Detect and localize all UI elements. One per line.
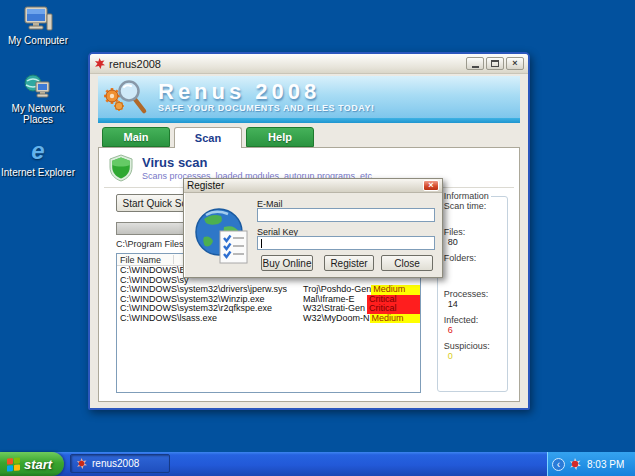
renus-tray-icon[interactable] (569, 458, 581, 470)
buy-online-button[interactable]: Buy Online (261, 255, 313, 271)
banner-logo-icon (104, 78, 148, 116)
info-suspicious: Suspicious: 0 (444, 341, 503, 361)
system-tray: ‹ 8:03 PM (547, 452, 635, 476)
close-button[interactable]: × (506, 57, 524, 70)
minimize-button[interactable] (466, 57, 484, 70)
start-button-label: start (24, 457, 52, 472)
tab-scan[interactable]: Scan (174, 127, 242, 148)
desktop-icon-my-network-places[interactable]: My Network Places (0, 72, 76, 125)
chevron-left-icon: ‹ (557, 459, 560, 470)
info-infected: Infected: 6 (444, 315, 503, 335)
maximize-icon (491, 60, 499, 67)
tab-main[interactable]: Main (102, 127, 170, 147)
dialog-titlebar[interactable]: Register × (184, 179, 442, 193)
shield-icon (108, 154, 134, 182)
info-files: Files: 80 (444, 227, 503, 247)
banner-subtitle: SAFE YOUR DOCUMENTS AND FILES TODAY! (158, 103, 375, 113)
taskbar-item-renus2008[interactable]: renus2008 (70, 454, 170, 473)
serial-key-field[interactable] (257, 236, 435, 250)
scan-title: Virus scan (142, 155, 375, 170)
tray-collapse-button[interactable]: ‹ (552, 458, 565, 471)
my-network-places-icon (0, 72, 76, 100)
information-legend: Information (442, 191, 491, 201)
start-button[interactable]: start (0, 452, 64, 476)
dialog-close-button[interactable]: × (423, 180, 439, 191)
info-processes: Processes: 14 (444, 289, 503, 309)
file-row[interactable]: C:\WINDOWS\lsass.exe W32\MyDoom-N Medium (117, 314, 420, 324)
app-banner: Renus 2008 SAFE YOUR DOCUMENTS AND FILES… (98, 76, 520, 118)
internet-explorer-icon: e (0, 136, 76, 164)
register-dialog: Register × E-Mail Serial Key Buy Online … (183, 178, 443, 278)
window-titlebar[interactable]: renus2008 × (90, 54, 528, 74)
desktop-icon-internet-explorer[interactable]: e Internet Explorer (0, 136, 76, 178)
banner-title: Renus 2008 (158, 81, 375, 103)
taskbar: start renus2008 ‹ 8:03 PM (0, 452, 635, 476)
close-dialog-button[interactable]: Close (381, 255, 433, 271)
register-button[interactable]: Register (324, 255, 374, 271)
text-caret (261, 239, 262, 248)
desktop-icon-my-computer[interactable]: My Computer (0, 4, 76, 46)
minimize-icon (472, 66, 479, 68)
tab-help[interactable]: Help (246, 127, 314, 147)
severity-badge: Medium (370, 314, 420, 324)
desktop-icon-label: My Computer (0, 35, 76, 46)
info-folders: Folders: (444, 253, 503, 273)
window-title: renus2008 (109, 58, 464, 70)
renus-app-icon (76, 458, 87, 469)
desktop-icon-label: My Network Places (0, 103, 76, 125)
information-groupbox: Information Scan time: Files: 80 Folders… (437, 196, 508, 392)
taskbar-clock[interactable]: 8:03 PM (587, 459, 624, 470)
close-icon: × (428, 181, 433, 190)
globe-checklist-icon (194, 207, 250, 265)
my-computer-icon (0, 4, 76, 32)
column-separator (173, 255, 174, 264)
windows-logo-icon (7, 457, 20, 471)
dialog-title: Register (187, 180, 423, 191)
desktop-icon-label: Internet Explorer (0, 167, 76, 178)
taskbar-item-label: renus2008 (92, 458, 139, 469)
tab-bar: Main Scan Help (98, 127, 520, 147)
email-field[interactable] (257, 208, 435, 222)
info-scan-time: Scan time: (444, 201, 503, 221)
renus-app-icon (94, 58, 105, 69)
maximize-button[interactable] (486, 57, 504, 70)
close-icon: × (512, 59, 517, 68)
banner-strip (98, 118, 520, 123)
